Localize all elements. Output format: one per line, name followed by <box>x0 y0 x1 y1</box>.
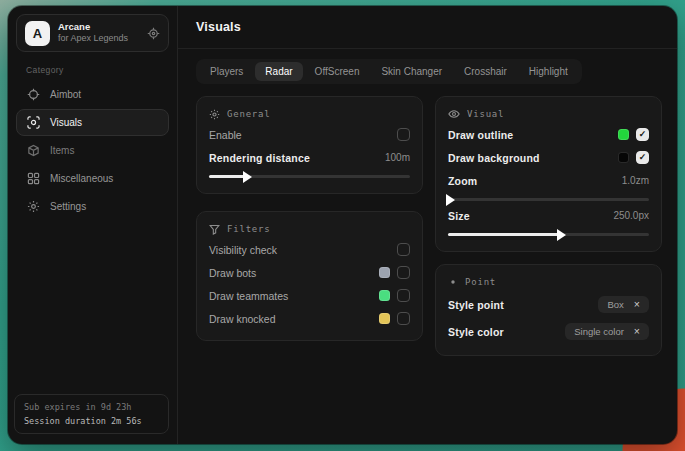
section-title: General <box>227 109 271 119</box>
general-card-header: General <box>209 106 410 122</box>
style-color-value: Single color <box>574 326 624 337</box>
enable-row: Enable <box>209 124 410 145</box>
sidebar-item-settings[interactable]: Settings <box>16 193 169 220</box>
slider-thumb[interactable] <box>557 229 566 241</box>
visibility-check-checkbox[interactable] <box>397 243 410 256</box>
draw-teammates-label: Draw teammates <box>209 290 288 302</box>
crosshair-icon <box>27 88 40 101</box>
eye-icon <box>448 108 460 120</box>
draw-teammates-color-swatch[interactable] <box>379 290 390 301</box>
tab-highlight[interactable]: Highlight <box>519 62 578 81</box>
gear-icon <box>209 109 220 120</box>
tab-radar[interactable]: Radar <box>255 62 302 81</box>
tab-players[interactable]: Players <box>200 62 253 81</box>
style-color-select[interactable]: Single color × <box>565 323 649 340</box>
sidebar-item-items[interactable]: Items <box>16 137 169 164</box>
grid-icon <box>27 172 40 185</box>
zoom-row: Zoom 1.0zm <box>448 170 649 191</box>
brand-text: Arcane for Apex Legends <box>58 21 139 44</box>
zoom-slider[interactable] <box>448 198 649 201</box>
style-point-row: Style point Box × <box>448 292 649 317</box>
draw-background-checkbox[interactable]: ✓ <box>636 151 649 164</box>
style-point-value: Box <box>607 299 623 310</box>
size-slider[interactable] <box>448 233 649 236</box>
point-card-header: Point <box>448 274 649 290</box>
sidebar-item-aimbot[interactable]: Aimbot <box>16 81 169 108</box>
rendering-distance-value: 100m <box>385 152 410 163</box>
tab-crosshair[interactable]: Crosshair <box>454 62 517 81</box>
right-column: Visual Draw outline ✓ Draw background <box>435 96 662 356</box>
sidebar-item-label: Settings <box>50 201 86 212</box>
filters-card-header: Filters <box>209 221 410 237</box>
draw-knocked-checkbox[interactable] <box>397 312 410 325</box>
size-value: 250.0px <box>613 210 649 221</box>
rendering-distance-label: Rendering distance <box>209 152 310 164</box>
draw-background-row: Draw background ✓ <box>448 147 649 168</box>
app-logo: A <box>25 21 50 46</box>
style-point-label: Style point <box>448 299 504 311</box>
style-color-label: Style color <box>448 326 504 338</box>
zoom-value: 1.0zm <box>622 175 649 186</box>
gear-icon <box>27 200 40 213</box>
visual-card-header: Visual <box>448 106 649 122</box>
draw-outline-row: Draw outline ✓ <box>448 124 649 145</box>
visibility-check-label: Visibility check <box>209 244 277 256</box>
sidebar-item-label: Aimbot <box>50 89 81 100</box>
rendering-distance-row: Rendering distance 100m <box>209 147 410 168</box>
slider-fill <box>448 233 559 236</box>
brand-subtitle: for Apex Legends <box>58 33 139 44</box>
section-title: Point <box>465 277 496 287</box>
size-label: Size <box>448 210 470 222</box>
enable-checkbox[interactable] <box>397 128 410 141</box>
sidebar-item-miscellaneous[interactable]: Miscellaneous <box>16 165 169 192</box>
tab-offscreen[interactable]: OffScreen <box>305 62 370 81</box>
draw-outline-label: Draw outline <box>448 129 513 141</box>
style-point-select[interactable]: Box × <box>598 296 649 313</box>
visibility-check-row: Visibility check <box>209 239 410 260</box>
sidebar-item-label: Visuals <box>50 117 82 128</box>
dot-icon <box>448 277 458 287</box>
tab-skin-changer[interactable]: Skin Changer <box>371 62 452 81</box>
slider-thumb[interactable] <box>243 171 252 183</box>
draw-background-color-swatch[interactable] <box>618 152 629 163</box>
draw-bots-checkbox[interactable] <box>397 266 410 279</box>
subscription-info-card: Sub expires in 9d 23h Session duration 2… <box>14 394 169 434</box>
rendering-distance-slider[interactable] <box>209 175 410 178</box>
slider-thumb[interactable] <box>446 194 455 206</box>
filters-card: Filters Visibility check Draw bots <box>196 211 423 341</box>
draw-background-label: Draw background <box>448 152 540 164</box>
draw-knocked-color-swatch[interactable] <box>379 313 390 324</box>
main-header: Visuals <box>178 6 677 49</box>
sub-expires-text: Sub expires in 9d 23h <box>24 400 159 414</box>
section-title: Filters <box>227 224 271 234</box>
size-row: Size 250.0px <box>448 205 649 226</box>
zoom-label: Zoom <box>448 175 477 187</box>
app-window: A Arcane for Apex Legends Category <box>8 6 677 444</box>
draw-bots-row: Draw bots <box>209 262 410 283</box>
brand-title: Arcane <box>58 21 139 33</box>
draw-teammates-row: Draw teammates <box>209 285 410 306</box>
package-icon <box>27 144 40 157</box>
draw-outline-color-swatch[interactable] <box>618 129 629 140</box>
sidebar-nav: Aimbot Visuals Items <box>8 81 177 220</box>
sidebar-item-visuals[interactable]: Visuals <box>16 109 169 136</box>
close-icon[interactable]: × <box>634 299 640 310</box>
draw-bots-label: Draw bots <box>209 267 256 279</box>
draw-outline-checkbox[interactable]: ✓ <box>636 128 649 141</box>
draw-bots-color-swatch[interactable] <box>379 267 390 278</box>
close-icon[interactable]: × <box>634 326 640 337</box>
settings-grid: General Enable Rendering distance 100m <box>178 86 677 356</box>
target-settings-icon[interactable] <box>147 27 160 40</box>
tab-row: Players Radar OffScreen Skin Changer Cro… <box>178 49 677 86</box>
enable-label: Enable <box>209 129 242 141</box>
point-card: Point Style point Box × Style color Sing… <box>435 264 662 356</box>
sidebar-item-label: Items <box>50 145 74 156</box>
style-color-row: Style color Single color × <box>448 319 649 344</box>
main-content: Visuals Players Radar OffScreen Skin Cha… <box>178 6 677 444</box>
sidebar: A Arcane for Apex Legends Category <box>8 6 178 444</box>
session-duration-text: Session duration 2m 56s <box>24 414 159 428</box>
slider-fill <box>209 175 245 178</box>
draw-knocked-label: Draw knocked <box>209 313 276 325</box>
draw-teammates-checkbox[interactable] <box>397 289 410 302</box>
tab-bar: Players Radar OffScreen Skin Changer Cro… <box>196 59 582 84</box>
